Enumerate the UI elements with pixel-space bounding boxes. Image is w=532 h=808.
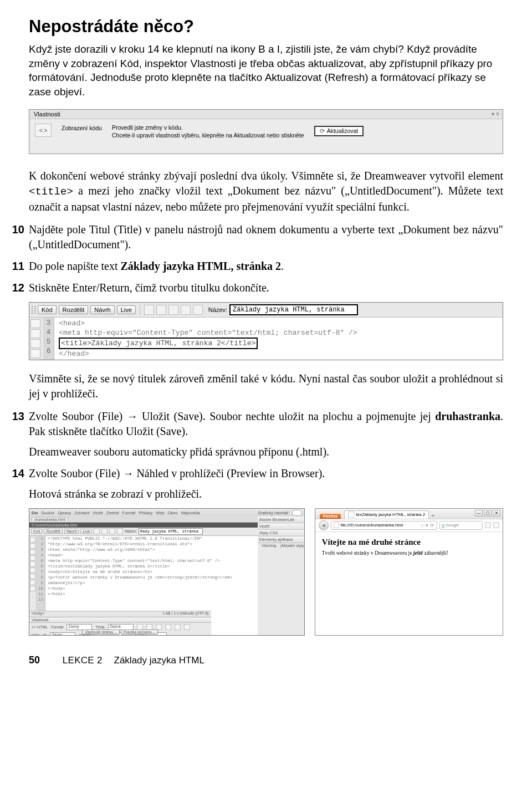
- page-properties-button[interactable]: Vlastnosti stránky…: [82, 630, 119, 635]
- address-bar[interactable]: file:///D:/cviceni/druhastranka.html ☆ ▾…: [331, 521, 437, 530]
- callout-body: Když jste dorazili v kroku 14 ke klepnut…: [29, 42, 503, 99]
- gutter-icon[interactable]: [30, 339, 40, 348]
- code-title-tag: <title>: [29, 186, 73, 198]
- toolbar-icon[interactable]: [156, 305, 166, 315]
- gutter-icon[interactable]: [30, 329, 40, 338]
- view-live-button[interactable]: Live: [80, 529, 92, 534]
- code-view-icon: < >: [35, 124, 52, 137]
- browser-tab[interactable]: texZáklady jazyka HTML, stránka 2: [344, 510, 429, 519]
- view-design-button[interactable]: Návrh: [64, 529, 79, 534]
- step-12: 12 Stiskněte Enter/Return, čímž tvorbu t…: [29, 280, 503, 295]
- toolbar-icon[interactable]: [193, 305, 203, 315]
- menu-item[interactable]: Soubor: [41, 510, 54, 515]
- callout-title: Nepostrádáte něco?: [29, 17, 503, 37]
- menu-item[interactable]: Úpravy: [58, 510, 71, 515]
- menu-item[interactable]: Příkazy: [139, 510, 152, 515]
- view-design-button[interactable]: Návrh: [90, 305, 114, 314]
- refresh-message: Provedli jste změny v kódu. Chcete-li up…: [112, 124, 304, 139]
- step-10: 10 Najděte pole Titul (Title) v panelu n…: [29, 222, 503, 252]
- html-tab[interactable]: <> HTML: [32, 625, 48, 629]
- menu-item[interactable]: Web: [156, 510, 164, 515]
- back-button[interactable]: ◄: [319, 520, 329, 530]
- view-code-button[interactable]: Kód: [31, 529, 42, 534]
- minimize-button[interactable]: —: [475, 510, 483, 516]
- firefox-menu-button[interactable]: Firefox: [320, 514, 341, 519]
- property-inspector: Vlastnosti <> HTML FormátŽádný TřídaŽádn…: [29, 617, 211, 635]
- gutter-icon[interactable]: [30, 349, 40, 358]
- menu-item[interactable]: Zobrazit: [74, 510, 89, 515]
- menu-item[interactable]: Formát: [122, 510, 136, 515]
- toolbar-icon[interactable]: [101, 528, 108, 534]
- toolbar-icon[interactable]: [117, 528, 123, 534]
- home-icon[interactable]: [485, 522, 491, 528]
- view-live-button[interactable]: Live: [117, 305, 136, 314]
- bookmark-icon[interactable]: [493, 522, 499, 528]
- lesson-label: LEKCE 2: [63, 655, 103, 666]
- panel-header[interactable]: Adobe BrowserLab: [258, 516, 304, 523]
- step-11: 11 Do pole napište text Základy jazyka H…: [29, 259, 503, 274]
- refresh-button[interactable]: ⟳ Aktualizovat: [314, 126, 364, 136]
- code-body: <!DOCTYPE html PUBLIC "-//W3C//DTD XHTML…: [45, 536, 234, 621]
- page-number: 50: [29, 654, 40, 666]
- list-item-button[interactable]: Položka seznamu…: [121, 630, 158, 635]
- close-button[interactable]: ✕: [493, 510, 500, 516]
- toolbar-icon[interactable]: [109, 528, 115, 534]
- figure-code-title: Kód Rozdělit Návrh Live Název: Základy j…: [29, 302, 503, 360]
- gutter-icon[interactable]: [30, 319, 40, 328]
- figure-dreamweaver-window: Dw Soubor Úpravy Zobrazit Vložit Změnit …: [29, 508, 305, 636]
- file-path-bar: D:\cviceni\druhastranka.html: [29, 523, 258, 528]
- view-split-button[interactable]: Rozdělit: [44, 529, 62, 534]
- page-icon: [348, 512, 354, 518]
- panel-header[interactable]: Styly CSS: [258, 530, 304, 536]
- view-split-button[interactable]: Rozdělit: [59, 305, 89, 314]
- search-box[interactable]: [292, 510, 302, 516]
- menu-item[interactable]: Změnit: [106, 510, 119, 515]
- toolbar-icon[interactable]: [181, 305, 191, 315]
- page-footer: 50 LEKCE 2 Základy jazyka HTML: [29, 654, 503, 666]
- page-heading: Vítejte na mé druhé stránce: [322, 538, 496, 547]
- figure-browser-preview: Firefox texZáklady jazyka HTML, stránka …: [315, 508, 503, 636]
- search-box[interactable]: g Google: [439, 521, 483, 530]
- page-paragraph: Tvořit webové stránky v Dreamweaveru je …: [322, 550, 496, 556]
- panel-header[interactable]: Vložit: [258, 523, 304, 530]
- menu-item[interactable]: Nápověda: [181, 510, 200, 515]
- step-13: 13 Zvolte Soubor (File) → Uložit (Save).…: [29, 409, 503, 459]
- menu-item[interactable]: Vložit: [93, 510, 103, 515]
- line-numbers: 3456: [44, 318, 54, 360]
- code-view-label: Zobrazení kódu: [62, 124, 102, 131]
- grip-icon: [32, 306, 35, 314]
- title-label: Název:: [208, 306, 227, 313]
- body-paragraph: K dokončení webové stránky zbývají posle…: [29, 168, 503, 214]
- title-input[interactable]: [139, 528, 203, 535]
- title-input[interactable]: Základy jazyka HTML, stránka: [229, 304, 358, 315]
- toolbar-icon[interactable]: [168, 305, 178, 315]
- chapter-title: Základy jazyka HTML: [114, 655, 204, 666]
- body-paragraph: Všimněte si, že se nový titulek zároveň …: [29, 371, 503, 401]
- title-tag-highlight: <title>Základy jazyka HTML, stránka 2</t…: [59, 337, 258, 349]
- maximize-button[interactable]: ▢: [484, 510, 492, 516]
- layout-select[interactable]: Grafický návrhář: [258, 510, 289, 515]
- figure-properties-refresh: Vlastnosti ▾ ≡ < > Zobrazení kódu Proved…: [29, 109, 503, 154]
- refresh-icon: ⟳: [320, 127, 325, 135]
- code-lines: <head> <meta http-equiv="Content-Type" c…: [54, 318, 503, 360]
- title-label: Název:: [125, 529, 137, 533]
- toolbar-icon[interactable]: [94, 528, 100, 534]
- side-panels: Adobe BrowserLab Vložit Styly CSS Elemen…: [257, 516, 304, 635]
- page-icon: [334, 523, 339, 528]
- menu-item[interactable]: Okno: [168, 510, 178, 515]
- panel-header[interactable]: Elementy aplikace: [258, 536, 304, 543]
- panel-title: Vlastnosti: [34, 111, 60, 117]
- new-tab-button[interactable]: +: [431, 512, 434, 519]
- minimize-icon: ▾ ≡: [492, 111, 499, 117]
- step-14: 14 Zvolte Soubor (File) → Náhled v prohl…: [29, 466, 503, 502]
- view-code-button[interactable]: Kód: [38, 305, 57, 314]
- document-tab[interactable]: druhastranka.html: [32, 517, 68, 521]
- toolbar-icon[interactable]: [144, 305, 154, 315]
